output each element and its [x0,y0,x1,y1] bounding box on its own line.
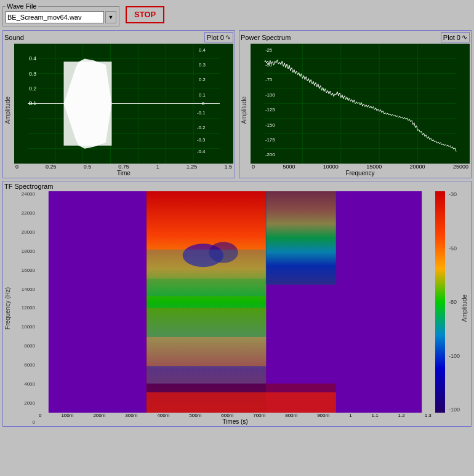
spectrum-x-label: Frequency [251,170,470,177]
spectrum-title: Power Spectrum [241,34,291,41]
svg-rect-66 [435,191,445,413]
svg-text:-0.1: -0.1 [197,110,205,116]
wave-file-input[interactable] [6,11,104,23]
spectrogram-y-ticks: 24000 22000 20000 18000 16000 14000 1200… [14,191,36,425]
spectrum-plot-controls[interactable]: Plot 0 ∿ [441,32,470,42]
spectrogram-title: TF Spectrogram [4,183,470,190]
svg-text:-175: -175 [265,137,275,143]
colorbar-amplitude-label-container: Amplitude [461,191,470,425]
sound-x-label: Time [14,170,233,177]
sound-chart-svg: 0.4 0.3 0.2 0.1 0 [14,44,233,164]
spectrogram-x-label: Times (s) [38,418,433,425]
svg-text:0: 0 [202,101,205,106]
svg-text:-25: -25 [265,47,273,53]
svg-text:0.2: 0.2 [29,85,36,92]
svg-text:-125: -125 [265,107,275,113]
svg-text:0.4: 0.4 [199,47,206,53]
spectrum-chart-area: -25 -50 -75 -100 -125 -150 -175 -200 0 5… [251,44,470,177]
top-bar: Wave File ▼ STOP [2,2,472,26]
sound-chart-area: 0.4 0.3 0.2 0.1 0 [14,44,233,177]
svg-text:0.1: 0.1 [199,92,206,98]
spectrum-plot-icon: ∿ [462,33,467,41]
svg-text:0.4: 0.4 [29,55,36,61]
colorbar-labels: -30 -50 -80 -100 -100 [448,191,460,413]
spectrogram-main: 0 100m 200m 300m 400m 500m 600m 700m 800… [38,191,433,425]
main-container: Wave File ▼ STOP Sound Plot 0 ∿ Amplitud… [0,0,474,429]
svg-text:-0.2: -0.2 [197,125,205,130]
sound-x-ticks: 0 0.25 0.5 0.75 1 1.25 1.5 [14,164,233,170]
spectrum-chart-container: Amplitude [241,44,470,177]
wave-file-group: Wave File ▼ [2,2,119,26]
svg-text:-0.3: -0.3 [197,137,205,143]
spectrogram-content: Frequency (Hz) 24000 22000 20000 18000 1… [4,191,470,425]
svg-text:0.2: 0.2 [199,77,206,82]
spectrum-x-ticks: 0 5000 10000 15000 20000 25000 [251,164,470,170]
plots-row: Sound Plot 0 ∿ Amplitude [2,30,472,178]
spectrogram-panel: TF Spectrogram Frequency (Hz) 24000 2200… [2,181,472,427]
sound-y-label: Amplitude [4,97,11,124]
svg-text:-200: -200 [265,152,275,157]
wave-file-row: ▼ [6,11,116,23]
spectrum-chart-svg: -25 -50 -75 -100 -125 -150 -175 -200 [251,44,470,164]
sound-panel: Sound Plot 0 ∿ Amplitude [2,30,235,178]
spectrum-y-label: Amplitude [241,97,247,124]
spectrum-panel-header: Power Spectrum Plot 0 ∿ [241,32,470,42]
spectrogram-svg [38,191,433,413]
sound-plot-icon: ∿ [225,33,231,41]
svg-rect-60 [147,337,266,384]
spectrogram-y-label: Frequency (Hz) [4,287,11,330]
wave-file-legend: Wave File [6,2,38,10]
colorbar-amplitude-label: Amplitude [461,295,468,322]
sound-chart-container: Amplitude [4,44,233,177]
spectrogram-y-axis-container: Frequency (Hz) [4,191,13,425]
svg-rect-58 [147,392,336,413]
svg-text:0.3: 0.3 [29,71,36,77]
svg-rect-62 [147,250,266,296]
spectrum-y-axis-container: Amplitude [241,44,251,177]
svg-text:-50: -50 [265,62,273,68]
spectrum-panel: Power Spectrum Plot 0 ∿ Amplitude [239,30,472,178]
svg-text:-150: -150 [265,122,275,128]
svg-text:-100: -100 [265,92,275,98]
svg-text:-0.4: -0.4 [197,149,206,154]
sound-plot-label: Plot 0 [207,34,224,41]
colorbar-svg [434,191,446,413]
sound-title: Sound [4,34,24,41]
sound-panel-header: Sound Plot 0 ∿ [4,32,233,42]
stop-button[interactable]: STOP [126,6,164,23]
spectrogram-x-ticks: 0 100m 200m 300m 400m 500m 600m 700m 800… [38,413,433,418]
spectrum-plot-label: Plot 0 [443,34,460,41]
svg-rect-56 [266,191,336,285]
sound-y-axis-container: Amplitude [4,44,14,177]
colorbar-container: -30 -50 -80 -100 -100 Amplitude [434,191,470,425]
svg-text:0.3: 0.3 [199,62,206,68]
dropdown-arrow[interactable]: ▼ [105,11,116,23]
svg-text:-75: -75 [265,77,273,82]
sound-plot-controls[interactable]: Plot 0 ∿ [204,32,233,42]
